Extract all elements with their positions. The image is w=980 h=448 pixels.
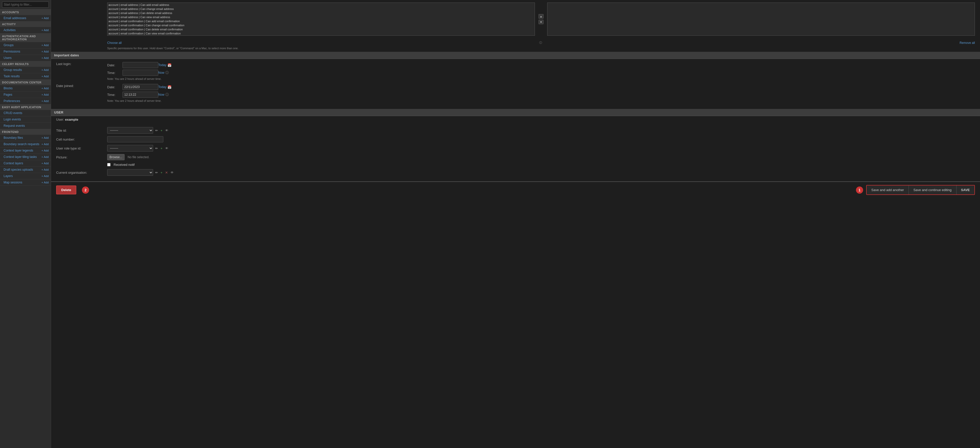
permission-item[interactable]: account | email address | Can change ema…: [107, 7, 535, 11]
calendar-icon: 📅: [167, 63, 172, 67]
save-button[interactable]: SAVE: [956, 186, 974, 194]
sidebar-item-add[interactable]: + Add: [41, 17, 49, 20]
available-permissions-list[interactable]: account | email address | Can add email …: [107, 3, 535, 36]
sidebar-item-add[interactable]: + Add: [41, 56, 49, 59]
sidebar-item-add[interactable]: + Add: [41, 168, 49, 171]
browse-button[interactable]: Browse...: [107, 154, 124, 160]
sidebar-item-label: Group results: [3, 68, 22, 72]
title-id-add-btn[interactable]: +: [160, 128, 163, 133]
sidebar-item-task-results[interactable]: Task results+ Add: [0, 73, 51, 79]
sidebar-item-permissions[interactable]: Permissions+ Add: [0, 48, 51, 55]
sidebar-item-blocks[interactable]: Blocks+ Add: [0, 85, 51, 92]
user-role-edit-btn[interactable]: ✏: [155, 146, 159, 151]
choose-all-button[interactable]: Choose all: [107, 41, 122, 44]
user-role-type-row: User role type id: -------- ✏ + 👁: [56, 145, 975, 151]
sidebar-item-label: Blocks: [3, 86, 13, 90]
permission-item[interactable]: account | email confirmation | Can view …: [107, 32, 535, 35]
date-joined-row: Date joined: Date: Today 📅 Time: Now ⓘ: [56, 84, 975, 102]
important-dates-content: Last login: Date: Today 📅 Time: Now ⓘ: [51, 59, 980, 109]
sidebar-item-group-results[interactable]: Group results+ Add: [0, 67, 51, 73]
sidebar-item-add[interactable]: + Add: [41, 136, 49, 139]
save-continue-editing-button[interactable]: Save and continue editing: [909, 186, 956, 194]
sidebar-item-add[interactable]: + Add: [41, 68, 49, 71]
cell-number-input[interactable]: [107, 136, 163, 142]
title-id-edit-btn[interactable]: ✏: [155, 128, 159, 133]
permission-item[interactable]: account | email confirmation | Can delet…: [107, 27, 535, 32]
sidebar-item-add[interactable]: + Add: [41, 44, 49, 47]
sidebar-item-boundary-files[interactable]: Boundary files+ Add: [0, 135, 51, 141]
sidebar-item-draft-species-uploads[interactable]: Draft species uploads+ Add: [0, 167, 51, 173]
sidebar-item-context-layer-tiling-tasks[interactable]: Context layer tiling tasks+ Add: [0, 154, 51, 160]
sidebar-item-login-events[interactable]: Login events: [0, 116, 51, 123]
sidebar-item-map-sessions[interactable]: Map sessions+ Add: [0, 180, 51, 186]
sidebar-item-add[interactable]: + Add: [41, 50, 49, 53]
sidebar-item-label: Boundary search requests: [3, 142, 39, 146]
sidebar-item-label: CRUD events: [3, 111, 22, 115]
last-login-time-input[interactable]: [123, 70, 158, 76]
user-role-type-select[interactable]: --------: [107, 145, 153, 151]
sidebar-item-add[interactable]: + Add: [41, 181, 49, 184]
sidebar-item-label: Users: [3, 56, 11, 60]
last-login-group: Last login: Date: Today 📅 Time: Now ⓘ: [56, 62, 975, 80]
sidebar-item-add[interactable]: + Add: [41, 162, 49, 165]
sidebar-item-pages[interactable]: Pages+ Add: [0, 92, 51, 98]
permission-item[interactable]: activity | Activity | Can add Activity: [107, 35, 535, 36]
last-login-now-btn[interactable]: Now: [158, 71, 164, 75]
sidebar-item-add[interactable]: + Add: [41, 87, 49, 90]
sidebar-item-add[interactable]: + Add: [41, 143, 49, 146]
sidebar-item-add[interactable]: + Add: [41, 175, 49, 178]
sidebar-item-users[interactable]: Users+ Add: [0, 55, 51, 61]
permission-item[interactable]: account | email confirmation | Can add e…: [107, 19, 535, 23]
sidebar-item-email-addresses[interactable]: Email addresses+ Add: [0, 15, 51, 21]
arrow-up-btn[interactable]: ▲: [538, 14, 544, 19]
permission-item[interactable]: account | email address | Can add email …: [107, 3, 535, 7]
sidebar-item-add[interactable]: + Add: [41, 100, 49, 103]
sidebar-item-preferences[interactable]: Preferences+ Add: [0, 98, 51, 104]
sidebar-item-layers[interactable]: Layers+ Add: [0, 173, 51, 180]
current-org-view-btn[interactable]: 👁: [170, 170, 174, 175]
date-joined-date-input[interactable]: [123, 84, 158, 90]
sidebar-item-add[interactable]: + Add: [41, 75, 49, 78]
sidebar-item-activities[interactable]: Activities+ Add: [0, 27, 51, 33]
sidebar-item-groups[interactable]: Groups+ Add: [0, 42, 51, 48]
user-role-add-btn[interactable]: +: [160, 146, 163, 151]
sidebar-item-add[interactable]: + Add: [41, 93, 49, 96]
sidebar-section-easy-audit-application: EASY AUDIT APPLICATION: [0, 104, 51, 110]
sidebar-filter-input[interactable]: [2, 2, 49, 8]
chosen-permissions-list[interactable]: [547, 3, 975, 36]
permission-item[interactable]: account | email address | Can view email…: [107, 15, 535, 19]
sidebar-item-add[interactable]: + Add: [41, 149, 49, 152]
remove-all-button[interactable]: Remove all: [959, 41, 975, 44]
current-org-edit-btn[interactable]: ✏: [155, 170, 159, 175]
current-org-add-btn[interactable]: +: [160, 170, 163, 175]
date-joined-time-input[interactable]: [123, 92, 158, 98]
title-id-select[interactable]: --------: [107, 127, 153, 134]
sidebar-item-boundary-search-requests[interactable]: Boundary search requests+ Add: [0, 141, 51, 148]
received-notif-field: Received notif: [107, 163, 975, 167]
last-login-date-input[interactable]: [123, 62, 158, 68]
sidebar-item-add[interactable]: + Add: [41, 29, 49, 32]
save-add-another-button[interactable]: Save and add another: [867, 186, 909, 194]
date-joined-now-btn[interactable]: Now: [158, 93, 164, 97]
last-login-today-btn[interactable]: Today: [158, 63, 166, 67]
title-id-view-btn[interactable]: 👁: [165, 128, 169, 133]
sidebar-item-add[interactable]: + Add: [41, 156, 49, 159]
arrow-down-btn[interactable]: ▼: [538, 20, 544, 24]
sidebar-item-context-layers[interactable]: Context layers+ Add: [0, 160, 51, 167]
bottom-right: 1 Save and add another Save and continue…: [856, 185, 975, 195]
cell-number-field: [107, 136, 975, 142]
current-org-select[interactable]: [107, 169, 153, 176]
permission-item[interactable]: account | email confirmation | Can chang…: [107, 23, 535, 27]
current-org-remove-btn[interactable]: ✕: [165, 170, 169, 175]
received-notif-checkbox[interactable]: [107, 163, 110, 166]
sidebar-item-label: Draft species uploads: [3, 168, 33, 172]
sidebar-item-request-events[interactable]: Request events: [0, 123, 51, 129]
cell-number-row: Cell number:: [56, 136, 975, 142]
date-joined-today-btn[interactable]: Today: [158, 85, 166, 89]
permission-item[interactable]: account | email address | Can delete ema…: [107, 11, 535, 15]
delete-button[interactable]: Delete: [56, 186, 76, 194]
sidebar-item-crud-events[interactable]: CRUD events: [0, 110, 51, 116]
sidebar-item-context-layer-legends[interactable]: Context layer legends+ Add: [0, 148, 51, 154]
sidebar-item-label: Boundary files: [3, 136, 23, 140]
user-role-view-btn[interactable]: 👁: [165, 146, 169, 151]
